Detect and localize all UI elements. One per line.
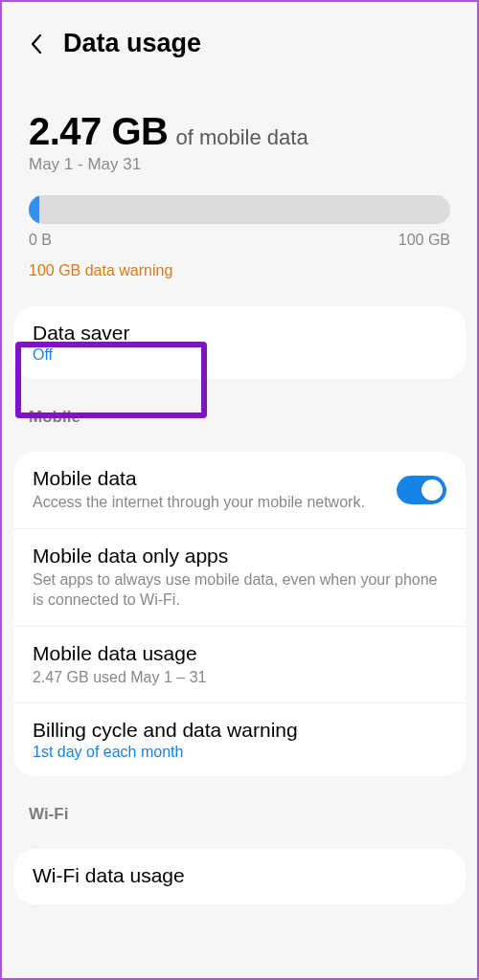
billing-title: Billing cycle and data warning bbox=[33, 719, 446, 742]
mobile-data-desc: Access the internet through your mobile … bbox=[33, 492, 379, 513]
usage-progress: 0 B 100 GB bbox=[29, 195, 450, 249]
data-warning-label: 100 GB data warning bbox=[29, 262, 450, 279]
back-icon[interactable] bbox=[25, 33, 48, 56]
usage-summary: 2.47 GB of mobile data May 1 - May 31 0 … bbox=[2, 81, 477, 287]
progress-max: 100 GB bbox=[399, 232, 450, 249]
billing-desc: 1st day of each month bbox=[33, 744, 446, 761]
section-mobile-label: Mobile bbox=[2, 379, 477, 433]
section-wifi-label: Wi-Fi bbox=[2, 776, 477, 830]
progress-min: 0 B bbox=[29, 232, 52, 249]
wifi-usage-row[interactable]: Wi-Fi data usage bbox=[13, 849, 466, 904]
page-title: Data usage bbox=[63, 29, 201, 58]
billing-row[interactable]: Billing cycle and data warning 1st day o… bbox=[13, 702, 466, 776]
mobile-data-title: Mobile data bbox=[33, 467, 379, 490]
mobile-usage-desc: 2.47 GB used May 1 – 31 bbox=[33, 667, 446, 688]
mobile-only-desc: Set apps to always use mobile data, even… bbox=[33, 569, 446, 611]
usage-amount: 2.47 GB bbox=[29, 110, 168, 153]
data-saver-row[interactable]: Data saver Off bbox=[13, 306, 466, 379]
mobile-data-toggle[interactable] bbox=[397, 476, 446, 504]
wifi-card: Wi-Fi data usage bbox=[13, 849, 466, 904]
header: Data usage bbox=[2, 2, 477, 81]
progress-labels: 0 B 100 GB bbox=[29, 232, 450, 249]
mobile-usage-row[interactable]: Mobile data usage 2.47 GB used May 1 – 3… bbox=[13, 626, 466, 703]
mobile-only-row[interactable]: Mobile data only apps Set apps to always… bbox=[13, 528, 466, 626]
usage-period: May 1 - May 31 bbox=[29, 155, 450, 174]
progress-fill bbox=[29, 195, 39, 224]
mobile-usage-title: Mobile data usage bbox=[33, 642, 446, 665]
usage-amount-label: of mobile data bbox=[175, 125, 308, 150]
data-saver-card: Data saver Off bbox=[13, 306, 466, 379]
progress-bar bbox=[29, 195, 450, 224]
mobile-data-row[interactable]: Mobile data Access the internet through … bbox=[13, 452, 466, 528]
mobile-only-title: Mobile data only apps bbox=[33, 545, 446, 568]
wifi-usage-title: Wi-Fi data usage bbox=[33, 864, 446, 887]
data-saver-title: Data saver bbox=[33, 322, 446, 345]
data-saver-status: Off bbox=[33, 346, 446, 364]
mobile-card: Mobile data Access the internet through … bbox=[13, 452, 466, 776]
toggle-knob bbox=[422, 479, 443, 501]
